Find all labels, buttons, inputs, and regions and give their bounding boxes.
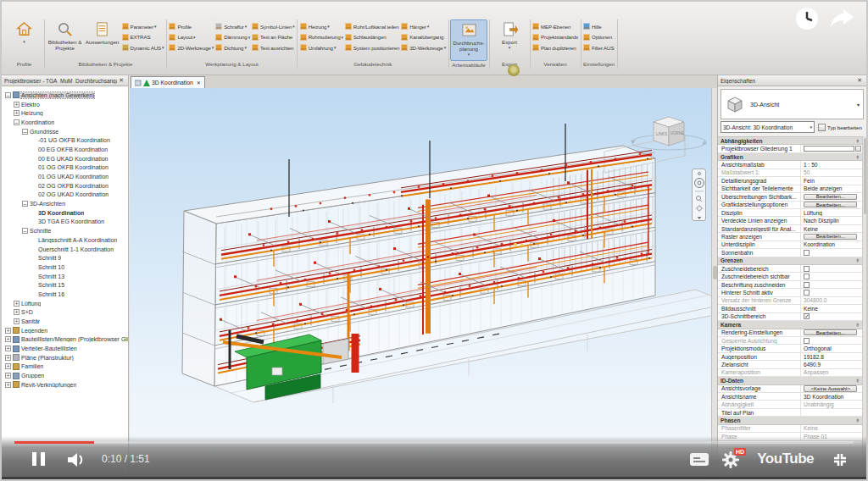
tree-item[interactable]: 3D TGA EG Koordination bbox=[2, 218, 128, 227]
ribbon-button-optionen[interactable]: Optionen bbox=[583, 32, 614, 43]
expand-icon[interactable]: + bbox=[14, 301, 19, 307]
tree-item[interactable]: Schnitt 15 bbox=[2, 280, 128, 290]
ribbon-button-bibliotheken-projekte[interactable]: Bibliotheken & Projekte bbox=[47, 19, 84, 58]
collapse-icon[interactable]: – bbox=[22, 129, 28, 135]
close-icon[interactable]: ✕ bbox=[197, 80, 201, 86]
properties-scrollbar[interactable] bbox=[862, 136, 866, 479]
ribbon-button-dichtung[interactable]: Dichtung▾ bbox=[215, 42, 250, 53]
ribbon-button-system-positionieren[interactable]: System positionieren bbox=[345, 42, 399, 53]
ribbon-button-hilfe[interactable]: Hilfe bbox=[583, 21, 614, 32]
3d-scene[interactable]: LINKSVORNE bbox=[130, 88, 711, 479]
property-value[interactable]: 19182.8 bbox=[804, 354, 824, 360]
ribbon-button-export[interactable]: Export▾ bbox=[491, 19, 528, 58]
property-value[interactable]: Beide anzeigen bbox=[804, 185, 842, 191]
ribbon-button-umfahrung[interactable]: Umfahrung▾ bbox=[300, 42, 343, 53]
ribbon-button-profile[interactable]: Profile bbox=[169, 21, 214, 32]
ribbon-button-profile-house[interactable]: ▾ bbox=[6, 19, 43, 58]
tree-item[interactable]: +Legenden bbox=[2, 326, 128, 335]
collapse-icon[interactable]: – bbox=[5, 92, 11, 98]
ribbon-button-3d-werkzeuge[interactable]: 3D-Werkzeuge▾ bbox=[401, 42, 446, 53]
property-section[interactable]: Phasen⇞ bbox=[718, 417, 862, 424]
ribbon-button-text-an-fl-che[interactable]: Text an Fläche bbox=[252, 32, 295, 43]
type-selector[interactable]: 3D-Ansicht ▾ bbox=[721, 89, 864, 119]
expand-icon[interactable]: + bbox=[14, 102, 19, 108]
scrollbar-thumb[interactable] bbox=[864, 138, 867, 214]
ribbon-button-d-mmung[interactable]: Dämmung▾ bbox=[215, 32, 250, 43]
tree-item[interactable]: 00 EG UKAD Koordination bbox=[2, 154, 128, 163]
property-button[interactable]: Bearbeiten... bbox=[804, 329, 857, 336]
property-value[interactable]: 6490.9 bbox=[804, 362, 821, 368]
ribbon-button-heizung[interactable]: Heizung▾ bbox=[300, 21, 343, 32]
tree-item[interactable]: 02 OG UKAD Koordination bbox=[2, 191, 128, 200]
ribbon-button-kanal-bergang[interactable]: Kanalübergang bbox=[401, 32, 446, 43]
property-value[interactable]: Keine bbox=[804, 226, 818, 232]
tree-item[interactable]: +Elektro bbox=[2, 100, 128, 109]
ribbon-button-plan-duplizieren[interactable]: Plan duplizieren bbox=[532, 42, 578, 53]
drawing-area[interactable]: 3D Koordination ✕ LINKSVORNE bbox=[130, 75, 717, 479]
checkbox-unchecked[interactable] bbox=[804, 250, 810, 256]
ribbon-button-extras[interactable]: EXTRAS bbox=[122, 32, 164, 43]
property-value[interactable]: Lüftung bbox=[804, 210, 822, 216]
tree-item[interactable]: +Heizung bbox=[2, 108, 128, 118]
tree-item[interactable]: +Gruppen bbox=[2, 371, 128, 380]
tree-item[interactable]: +Revit-Verknüpfungen bbox=[2, 380, 128, 390]
expand-icon[interactable]: + bbox=[5, 346, 11, 351]
property-section[interactable]: Grenzen⇞ bbox=[718, 257, 862, 265]
property-section[interactable]: Grafiken⇞ bbox=[718, 153, 862, 161]
tree-item[interactable]: +Sanitär bbox=[2, 317, 128, 326]
tree-item[interactable]: 02 OG OKFB Koordination bbox=[2, 181, 128, 191]
navigation-bar[interactable] bbox=[692, 169, 706, 221]
ribbon-button-h-nger[interactable]: Hänger▾ bbox=[401, 21, 446, 32]
property-value[interactable]: 304800.0 bbox=[804, 297, 827, 303]
property-value[interactable]: 3D Koordination bbox=[804, 394, 843, 400]
tree-item[interactable]: +S+D bbox=[2, 308, 128, 318]
tree-item[interactable]: Schnitt 10 bbox=[2, 263, 128, 272]
checkbox-unchecked[interactable] bbox=[804, 274, 810, 279]
property-value[interactable]: Unabhängig bbox=[804, 401, 834, 407]
edit-type-button[interactable]: Typ bearbeiten bbox=[817, 121, 864, 133]
tree-item[interactable]: +Familien bbox=[2, 362, 128, 372]
ribbon-button-2d-werkzeuge[interactable]: 2D-Werkzeuge▾ bbox=[169, 42, 214, 53]
tree-item[interactable]: –Ansichten (nach Gewerken) bbox=[2, 91, 128, 100]
property-section[interactable]: ID-Daten⇞ bbox=[718, 377, 862, 384]
tree-item[interactable]: –Grundrisse bbox=[2, 127, 128, 136]
property-input[interactable] bbox=[804, 146, 854, 152]
view-tab[interactable]: 3D Koordination ✕ bbox=[131, 76, 205, 88]
expand-icon[interactable]: + bbox=[5, 382, 11, 388]
tree-item[interactable]: 01 OG UKAD Koordination bbox=[2, 172, 128, 181]
tree-item[interactable]: 01 OG OKFB Koordination bbox=[2, 163, 128, 173]
tree-item[interactable]: +Pläne (Planstruktur) bbox=[2, 353, 128, 362]
browse-button[interactable] bbox=[855, 146, 861, 152]
tree-item[interactable]: Schnitt 13 bbox=[2, 272, 128, 281]
ribbon-button-schraffur[interactable]: Schraffur▾ bbox=[215, 21, 250, 32]
tree-item[interactable]: –Schnitte bbox=[2, 226, 128, 235]
property-value[interactable]: Koordination bbox=[804, 241, 835, 247]
tree-item[interactable]: 3D Koordination bbox=[2, 208, 128, 218]
property-value[interactable]: Fein bbox=[804, 178, 815, 184]
checkbox-unchecked[interactable] bbox=[804, 282, 810, 288]
expand-icon[interactable]: + bbox=[5, 328, 11, 334]
checkbox-checked[interactable]: ✓ bbox=[804, 313, 810, 319]
ribbon-button-text-ausrichten[interactable]: Text ausrichten bbox=[252, 42, 295, 53]
property-section[interactable]: Kamera⇞ bbox=[718, 321, 862, 329]
tree-item[interactable]: +Bauteillisten/Mengen (Projektbrowser Gl… bbox=[2, 335, 128, 345]
property-section[interactable]: Abhängigkeiten⇞ bbox=[718, 137, 862, 145]
property-value[interactable]: Phase 01 bbox=[804, 434, 827, 440]
checkbox-unchecked[interactable] bbox=[804, 338, 810, 344]
tree-item[interactable]: Querschnitt 1-1 Koordination bbox=[2, 245, 128, 254]
tree-item[interactable]: -01 UG OKFB Koordination bbox=[2, 135, 128, 145]
ribbon-button-rohrisolierung[interactable]: Rohrisolierung▾ bbox=[300, 32, 343, 43]
ribbon-button-dynamic-aus[interactable]: Dynamic AUS▾ bbox=[122, 42, 164, 53]
property-value[interactable]: Nach Disziplin bbox=[804, 218, 839, 224]
tree-item[interactable]: +Verteiler-Bauteillisten bbox=[2, 344, 128, 353]
tree-item[interactable]: Längsschnitt A-A Koordination bbox=[2, 235, 128, 245]
tree-item[interactable]: +Lüftung bbox=[2, 299, 128, 308]
property-button[interactable]: Bearbeiten... bbox=[804, 194, 857, 201]
tree-item[interactable]: Schnitt 9 bbox=[2, 253, 128, 263]
tree-item[interactable]: Schnitt 16 bbox=[2, 290, 128, 299]
close-icon[interactable]: ✕ bbox=[117, 77, 125, 84]
tree-item[interactable]: –Koordination bbox=[2, 118, 128, 127]
close-icon[interactable]: ✕ bbox=[855, 77, 864, 84]
expand-icon[interactable]: + bbox=[5, 336, 11, 342]
property-value[interactable]: 1 : 50 bbox=[804, 162, 818, 168]
